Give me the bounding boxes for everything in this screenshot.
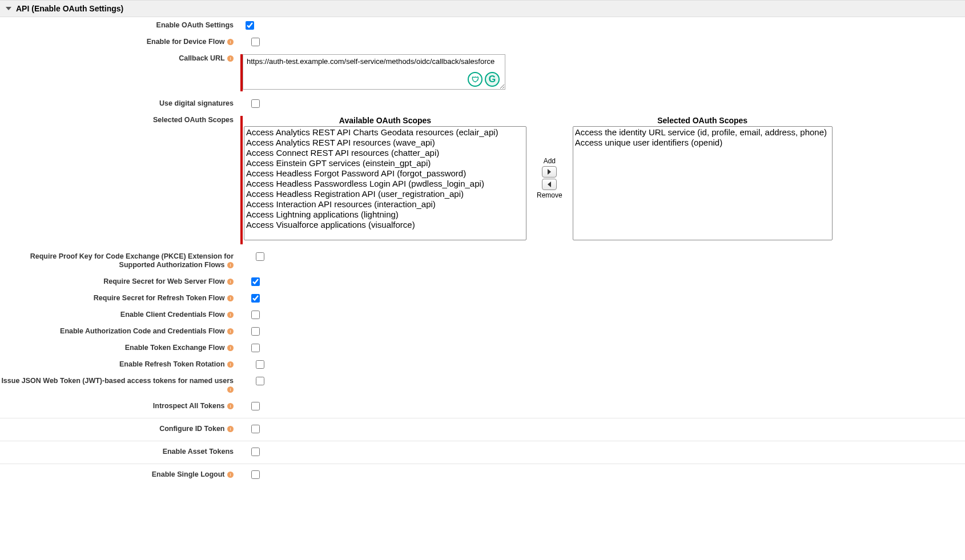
scope-option[interactable]: Access Headless Registration API (user_r…: [245, 189, 525, 199]
checkbox-digital-signatures[interactable]: [251, 99, 260, 108]
add-scope-button[interactable]: [542, 166, 557, 178]
row-callback-url: Callback URL i 🛡 G: [0, 50, 965, 95]
callback-url-input[interactable]: [243, 54, 505, 90]
row-token-exchange: Enable Token Exchange Flow i: [0, 340, 965, 356]
label-secret-webserver: Require Secret for Web Server Flow: [103, 277, 224, 285]
checkbox-token-exchange[interactable]: [251, 344, 260, 352]
help-icon[interactable]: i: [227, 279, 234, 285]
scope-option[interactable]: Access Lightning applications (lightning…: [245, 210, 525, 220]
selected-scopes-heading: Selected OAuth Scopes: [657, 116, 747, 125]
help-icon[interactable]: i: [227, 262, 234, 268]
section-header: API (Enable OAuth Settings): [0, 0, 965, 17]
label-token-exchange: Enable Token Exchange Flow: [125, 344, 225, 352]
scope-option[interactable]: Access Analytics REST API resources (wav…: [245, 138, 525, 148]
remove-label: Remove: [537, 191, 562, 199]
row-secret-refresh: Require Secret for Refresh Token Flow i: [0, 290, 965, 307]
row-jwt-named-users: Issue JSON Web Token (JWT)-based access …: [0, 373, 965, 398]
svg-marker-1: [548, 182, 551, 187]
collapse-icon[interactable]: [6, 7, 11, 10]
label-client-credentials: Enable Client Credentials Flow: [120, 311, 225, 319]
row-enable-oauth: Enable OAuth Settings: [0, 17, 965, 34]
checkbox-jwt-named-users[interactable]: [256, 377, 264, 385]
row-introspect-tokens: Introspect All Tokens i: [0, 398, 965, 418]
row-secret-webserver: Require Secret for Web Server Flow i: [0, 273, 965, 290]
checkbox-configure-id-token[interactable]: [251, 425, 260, 433]
checkbox-auth-code-credentials[interactable]: [251, 327, 260, 336]
row-asset-tokens: Enable Asset Tokens: [0, 441, 965, 464]
add-label: Add: [544, 157, 556, 165]
label-enable-device-flow: Enable for Device Flow: [147, 38, 225, 46]
checkbox-enable-oauth[interactable]: [246, 21, 254, 30]
row-enable-device-flow: Enable for Device Flow i: [0, 34, 965, 50]
grammarly-icon[interactable]: G: [485, 72, 500, 87]
label-refresh-rotation: Enable Refresh Token Rotation: [119, 360, 225, 368]
scope-option[interactable]: Access unique user identifiers (openid): [574, 138, 831, 148]
checkbox-introspect-tokens[interactable]: [251, 402, 260, 410]
checkbox-refresh-rotation[interactable]: [256, 360, 264, 369]
label-enable-oauth: Enable OAuth Settings: [0, 19, 237, 31]
available-scopes-heading: Available OAuth Scopes: [339, 116, 431, 125]
help-icon[interactable]: i: [227, 403, 234, 409]
row-client-credentials: Enable Client Credentials Flow i: [0, 307, 965, 323]
label-configure-id-token: Configure ID Token: [159, 425, 224, 433]
help-icon[interactable]: i: [227, 328, 234, 335]
scopes-controls: Add Remove: [537, 157, 562, 199]
available-scopes-listbox[interactable]: Access Analytics REST API Charts Geodata…: [244, 126, 526, 240]
help-icon[interactable]: i: [227, 312, 234, 318]
checkbox-secret-refresh[interactable]: [251, 294, 260, 303]
checkbox-client-credentials[interactable]: [251, 311, 260, 319]
checkbox-pkce[interactable]: [256, 252, 264, 261]
help-icon[interactable]: i: [227, 361, 234, 368]
remove-scope-button[interactable]: [542, 179, 557, 190]
label-single-logout: Enable Single Logout: [152, 470, 225, 478]
checkbox-enable-device-flow[interactable]: [251, 38, 260, 46]
help-icon[interactable]: i: [227, 386, 234, 393]
label-asset-tokens: Enable Asset Tokens: [0, 446, 237, 458]
help-icon[interactable]: i: [227, 295, 234, 301]
label-oauth-scopes: Selected OAuth Scopes: [0, 114, 237, 126]
grammarly-shield-icon[interactable]: 🛡: [468, 72, 482, 87]
scope-option[interactable]: Access Headless Passwordless Login API (…: [245, 179, 525, 189]
row-refresh-rotation: Enable Refresh Token Rotation i: [0, 356, 965, 373]
row-single-logout: Enable Single Logout i: [0, 464, 965, 486]
checkbox-secret-webserver[interactable]: [251, 277, 260, 286]
help-icon[interactable]: i: [227, 426, 234, 432]
scope-option[interactable]: Access Einstein GPT services (einstein_g…: [245, 158, 525, 168]
svg-marker-0: [548, 169, 551, 175]
label-digital-signatures: Use digital signatures: [0, 98, 237, 110]
row-digital-signatures: Use digital signatures: [0, 95, 965, 112]
row-oauth-scopes: Selected OAuth Scopes Available OAuth Sc…: [0, 112, 965, 248]
scope-option[interactable]: Access Headless Forgot Password API (for…: [245, 168, 525, 179]
required-indicator: [240, 116, 243, 244]
row-configure-id-token: Configure ID Token i: [0, 418, 965, 441]
selected-scopes-listbox[interactable]: Access the identity URL service (id, pro…: [573, 126, 833, 240]
label-secret-refresh: Require Secret for Refresh Token Flow: [94, 294, 225, 302]
help-icon[interactable]: i: [227, 55, 234, 62]
label-auth-code-credentials: Enable Authorization Code and Credential…: [60, 327, 224, 335]
row-auth-code-credentials: Enable Authorization Code and Credential…: [0, 323, 965, 340]
scope-option[interactable]: Access Visualforce applications (visualf…: [245, 220, 525, 230]
label-jwt-named-users: Issue JSON Web Token (JWT)-based access …: [1, 377, 234, 385]
scope-option[interactable]: Access the identity URL service (id, pro…: [574, 127, 831, 138]
checkbox-single-logout[interactable]: [251, 470, 260, 479]
scope-option[interactable]: Access Analytics REST API Charts Geodata…: [245, 127, 525, 138]
section-title: API (Enable OAuth Settings): [16, 4, 123, 13]
label-pkce: Require Proof Key for Code Exchange (PKC…: [30, 252, 234, 269]
help-icon[interactable]: i: [227, 39, 234, 45]
checkbox-asset-tokens[interactable]: [251, 448, 260, 456]
label-callback-url: Callback URL: [179, 54, 224, 62]
label-introspect-tokens: Introspect All Tokens: [153, 402, 225, 410]
row-pkce: Require Proof Key for Code Exchange (PKC…: [0, 248, 965, 273]
scope-option[interactable]: Access Connect REST API resources (chatt…: [245, 148, 525, 158]
help-icon[interactable]: i: [227, 345, 234, 351]
help-icon[interactable]: i: [227, 472, 234, 478]
scope-option[interactable]: Access Interaction API resources (intera…: [245, 199, 525, 210]
